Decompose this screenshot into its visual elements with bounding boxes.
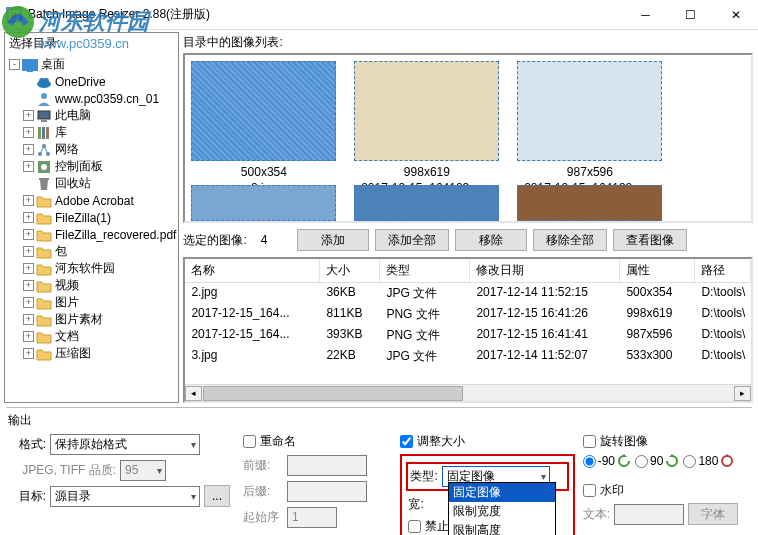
expand-icon[interactable]: + [23,195,34,206]
browse-button[interactable]: ... [204,485,230,507]
expand-icon[interactable]: + [23,229,34,240]
cloud-icon [36,74,52,90]
dropdown-option[interactable]: 限制宽度 [449,502,555,521]
maximize-button[interactable]: ☐ [668,0,713,29]
folder-icon [36,244,52,260]
tree-node[interactable]: -桌面 [7,56,176,73]
view-image-button[interactable]: 查看图像 [613,229,687,251]
folder-tree-pane: 选择目录: -桌面OneDrivewww.pc0359.cn_01+此电脑+库+… [4,32,179,403]
header-date[interactable]: 修改日期 [470,259,620,282]
tree-node[interactable]: +图片素材 [7,311,176,328]
tree-node[interactable]: 回收站 [7,175,176,192]
rotate-180[interactable]: 180 [683,454,734,468]
tree-node[interactable]: +视频 [7,277,176,294]
remove-all-button[interactable]: 移除全部 [533,229,607,251]
horizontal-scrollbar[interactable]: ◂ ▸ [185,384,751,401]
table-row[interactable]: 2.jpg36KBJPG 文件2017-12-14 11:52:15500x35… [185,283,751,304]
scroll-thumb[interactable] [203,386,463,401]
resize-group: 类型: 固定图像 固定图像限制宽度限制高度忽略比例 宽: 禁止放 [400,454,574,535]
rotate-checkbox[interactable]: 旋转图像 [583,433,752,450]
table-row[interactable]: 2017-12-15_164...811KBPNG 文件2017-12-15 1… [185,304,751,325]
tree-label: 文档 [55,328,79,345]
table-row[interactable]: 3.jpg22KBJPG 文件2017-12-14 11:52:07533x30… [185,346,751,367]
tree-node[interactable]: +库 [7,124,176,141]
table-row[interactable]: 2017-12-15_164...393KBPNG 文件2017-12-15 1… [185,325,751,346]
tree-node[interactable]: www.pc0359.cn_01 [7,90,176,107]
wm-text-label: 文本: [583,506,610,523]
tree-node[interactable]: +控制面板 [7,158,176,175]
tree-node[interactable]: +FileZilla(1) [7,209,176,226]
expand-icon[interactable]: + [23,212,34,223]
thumbnail-list[interactable]: 500x3542.jpg998x6192017-12-15_164123.png… [183,53,753,223]
expand-icon[interactable]: + [23,348,34,359]
remove-button[interactable]: 移除 [455,229,527,251]
tree-label: 此电脑 [55,107,91,124]
expand-icon[interactable]: + [23,297,34,308]
expand-icon[interactable]: + [23,246,34,257]
thumb-dimensions: 987x596 [567,165,613,179]
svg-point-19 [41,164,47,170]
thumb-dimensions: 998x619 [404,165,450,179]
expand-icon[interactable]: + [23,263,34,274]
type-dropdown-list[interactable]: 固定图像限制宽度限制高度忽略比例 [448,482,556,535]
expand-icon[interactable]: + [23,110,34,121]
tree-node[interactable]: OneDrive [7,73,176,90]
tree-label: 压缩图 [55,345,91,362]
selected-label: 选定的图像: [183,232,246,249]
tree-node[interactable]: +包 [7,243,176,260]
dropdown-option[interactable]: 限制高度 [449,521,555,535]
prefix-input [287,455,367,476]
add-button[interactable]: 添加 [297,229,369,251]
scroll-right-icon[interactable]: ▸ [734,386,751,401]
expand-icon[interactable]: + [23,127,34,138]
selected-toolbar: 选定的图像: 4 添加 添加全部 移除 移除全部 查看图像 [183,229,753,251]
tree-node[interactable]: +FileZilla_recovered.pdf [7,226,176,243]
tree-node[interactable]: +文档 [7,328,176,345]
app-icon [6,7,22,23]
header-attr[interactable]: 属性 [620,259,695,282]
svg-rect-5 [27,70,33,72]
dest-select[interactable]: 源目录 [50,486,200,507]
tree-node[interactable]: +压缩图 [7,345,176,362]
expand-icon[interactable]: + [23,144,34,155]
file-list[interactable]: 名称 大小 类型 修改日期 属性 路径 2.jpg36KBJPG 文件2017-… [183,257,753,403]
tree-node[interactable]: +Adobe Acrobat [7,192,176,209]
rotate-neg90[interactable]: -90 [583,454,631,468]
panel-icon [36,159,52,175]
rotate-cw-icon [665,454,679,468]
tree-node[interactable]: +河东软件园 [7,260,176,277]
svg-point-8 [43,78,49,84]
header-type[interactable]: 类型 [380,259,470,282]
tree-label: www.pc0359.cn_01 [55,92,159,106]
expand-icon[interactable]: + [23,331,34,342]
tree-label: 网络 [55,141,79,158]
minimize-button[interactable]: ─ [623,0,668,29]
watermark-checkbox[interactable]: 水印 [583,482,752,499]
rename-checkbox[interactable]: 重命名 [243,433,392,450]
svg-point-21 [722,456,732,466]
format-select[interactable]: 保持原始格式 [50,434,200,455]
resize-checkbox[interactable]: 调整大小 [400,433,574,450]
close-button[interactable]: ✕ [713,0,758,29]
expand-icon[interactable]: + [23,314,34,325]
folder-icon [36,346,52,362]
tree-node[interactable]: +图片 [7,294,176,311]
svg-rect-10 [38,111,50,119]
tree-node[interactable]: +此电脑 [7,107,176,124]
header-name[interactable]: 名称 [185,259,320,282]
folder-tree[interactable]: -桌面OneDrivewww.pc0359.cn_01+此电脑+库+网络+控制面… [5,54,178,402]
scroll-left-icon[interactable]: ◂ [185,386,202,401]
expand-icon[interactable]: - [9,59,20,70]
dropdown-option[interactable]: 固定图像 [449,483,555,502]
expand-icon[interactable]: + [23,280,34,291]
svg-rect-12 [38,127,41,139]
tree-node[interactable]: +网络 [7,141,176,158]
header-path[interactable]: 路径 [695,259,751,282]
quality-label: JPEG, TIFF 品质: [6,462,116,479]
rotate-90[interactable]: 90 [635,454,679,468]
header-size[interactable]: 大小 [320,259,380,282]
expand-icon[interactable]: + [23,161,34,172]
thumbs-title: 目录中的图像列表: [183,34,753,51]
svg-rect-11 [41,120,47,122]
add-all-button[interactable]: 添加全部 [375,229,449,251]
